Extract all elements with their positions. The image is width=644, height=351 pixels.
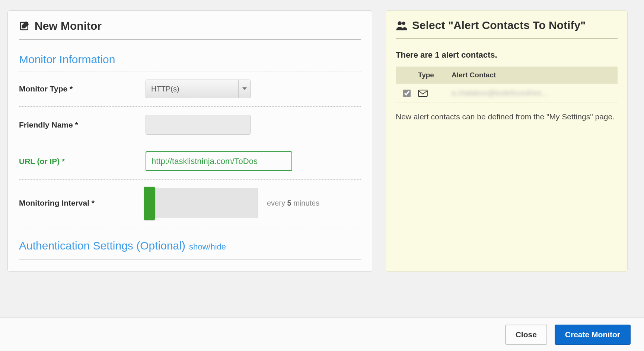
contact-table: Type Alert Contact a.chalakov@kodefoundr… [396,67,618,103]
svg-point-1 [398,21,402,25]
showhide-link[interactable]: show/hide [189,242,226,252]
interval-label: Monitoring Interval * [19,199,146,207]
friendly-name-input[interactable] [146,115,251,135]
table-header: Type Alert Contact [396,67,618,84]
url-input[interactable] [146,151,292,171]
col-type-header: Type [418,71,452,79]
contact-type-cell [418,90,452,97]
interval-slider[interactable] [146,188,258,218]
alert-contacts-panel: Select "Alert Contacts To Notify" There … [386,10,628,272]
panel-title: New Monitor [35,20,102,32]
create-monitor-button[interactable]: Create Monitor [555,325,631,345]
footer-bar: Close Create Monitor [0,318,644,351]
monitor-type-select-wrap: HTTP(s) [146,80,251,98]
monitor-type-label: Monitor Type * [19,84,146,93]
table-row: a.chalakov@kodefoundries... [396,84,618,103]
close-button[interactable]: Close [505,325,547,345]
new-monitor-panel: New Monitor Monitor Information Monitor … [7,10,372,272]
email-icon [418,90,452,97]
section-title: Monitor Information [19,53,361,71]
interval-caption-prefix: every [267,199,287,207]
interval-slider-handle[interactable] [144,187,155,220]
interval-value: 5 [287,199,291,207]
panel-header: New Monitor [19,20,361,40]
auth-settings-title: Authentication Settings (Optional) [19,239,185,252]
row-monitor-type: Monitor Type * HTTP(s) [19,71,361,106]
friendly-name-label: Friendly Name * [19,120,146,129]
interval-caption: every 5 minutes [267,199,319,207]
svg-point-2 [402,22,405,25]
alert-panel-header: Select "Alert Contacts To Notify" [396,19,618,39]
edit-icon [19,20,30,32]
interval-caption-suffix: minutes [291,199,320,207]
alert-hint-text: New alert contacts can be defined from t… [396,110,618,123]
row-interval: Monitoring Interval * every 5 minutes [19,179,361,229]
monitor-type-select[interactable]: HTTP(s) [146,80,251,98]
col-contact-header: Alert Contact [452,71,618,79]
contact-checkbox[interactable] [403,90,411,97]
col-check-header [396,71,418,79]
contact-address: a.chalakov@kodefoundries... [452,89,618,97]
row-url: URL (or IP) * [19,143,361,179]
row-friendly-name: Friendly Name * [19,106,361,143]
alert-panel-title: Select "Alert Contacts To Notify" [412,19,586,32]
url-label: URL (or IP) * [19,157,146,166]
svg-rect-3 [418,90,427,96]
auth-settings-row: Authentication Settings (Optional) show/… [19,239,361,260]
users-icon [396,20,408,31]
alert-count-text: There are 1 alert contacts. [396,50,618,60]
interval-slider-wrap: every 5 minutes [146,188,319,218]
